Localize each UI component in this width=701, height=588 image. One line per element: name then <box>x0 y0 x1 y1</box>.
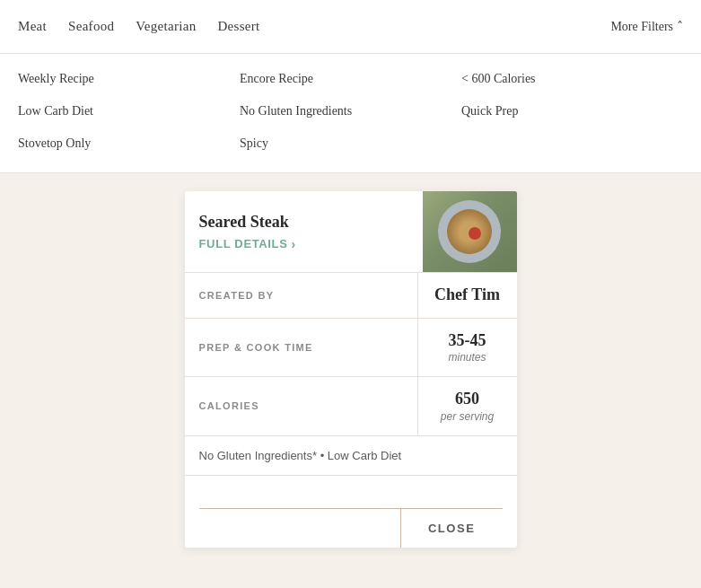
food-background <box>423 191 517 272</box>
calories-row: CALORIES 650 per serving <box>185 377 517 436</box>
recipe-tags: No Gluten Ingredients* • Low Carb Diet <box>199 449 402 462</box>
filter-no-gluten[interactable]: No Gluten Ingredients <box>240 101 461 122</box>
tags-row: No Gluten Ingredients* • Low Carb Diet <box>185 436 517 476</box>
calories-unit: per serving <box>441 410 494 423</box>
nav-item-dessert[interactable]: Dessert <box>217 15 259 38</box>
card-title-section: Seared Steak FULL DETAILS › <box>185 191 423 272</box>
more-filters-label: More Filters <box>610 20 673 34</box>
filter-low-carb[interactable]: Low Carb Diet <box>18 101 240 122</box>
close-button[interactable]: CLOSE <box>400 509 503 548</box>
prep-cook-unit: minutes <box>448 351 486 364</box>
filter-weekly-recipe[interactable]: Weekly Recipe <box>18 68 240 90</box>
created-by-row: CREATED BY Chef Tim <box>185 273 517 319</box>
filter-stovetop[interactable]: Stovetop Only <box>18 133 240 154</box>
card-header: Seared Steak FULL DETAILS › <box>185 191 517 273</box>
prep-cook-time: 35-45 <box>449 331 486 351</box>
nav-item-meat[interactable]: Meat <box>18 15 47 38</box>
chevron-up-icon: ˄ <box>677 19 683 34</box>
more-filters-button[interactable]: More Filters ˄ <box>610 19 683 34</box>
filter-spicy[interactable]: Spicy <box>240 133 461 154</box>
filter-panel: Weekly Recipe Encore Recipe < 600 Calori… <box>0 54 701 173</box>
calories-value: 650 per serving <box>418 377 517 435</box>
calories-amount: 650 <box>455 390 479 409</box>
full-details-link[interactable]: FULL DETAILS › <box>199 237 408 251</box>
chef-name: Chef Tim <box>434 285 500 305</box>
main-content: Seared Steak FULL DETAILS › CREATED BY <box>0 173 701 582</box>
chevron-right-icon: › <box>292 237 296 251</box>
food-sauce <box>469 227 481 240</box>
recipe-title: Seared Steak <box>199 213 408 232</box>
filter-600-calories[interactable]: < 600 Calories <box>461 68 683 90</box>
nav-item-vegetarian[interactable]: Vegetarian <box>136 15 196 38</box>
footer-actions: CLOSE <box>199 509 503 548</box>
full-details-label: FULL DETAILS <box>199 237 288 250</box>
recipe-card: Seared Steak FULL DETAILS › CREATED BY <box>185 191 517 548</box>
food-plate <box>438 200 501 263</box>
created-by-label: CREATED BY <box>185 273 418 318</box>
nav-categories: Meat Seafood Vegetarian Dessert <box>18 15 610 38</box>
prep-cook-label: PREP & COOK TIME <box>185 319 418 377</box>
prep-cook-value: 35-45 minutes <box>418 319 517 377</box>
nav-item-seafood[interactable]: Seafood <box>68 15 114 38</box>
card-footer: CLOSE <box>185 476 517 548</box>
filter-quick-prep[interactable]: Quick Prep <box>461 101 683 122</box>
top-nav: Meat Seafood Vegetarian Dessert More Fil… <box>0 0 701 54</box>
prep-cook-row: PREP & COOK TIME 35-45 minutes <box>185 319 517 378</box>
created-by-value: Chef Tim <box>418 273 517 318</box>
calories-label: CALORIES <box>185 377 418 435</box>
filter-encore-recipe[interactable]: Encore Recipe <box>240 68 461 90</box>
recipe-image <box>423 191 517 272</box>
food-items <box>447 209 492 254</box>
